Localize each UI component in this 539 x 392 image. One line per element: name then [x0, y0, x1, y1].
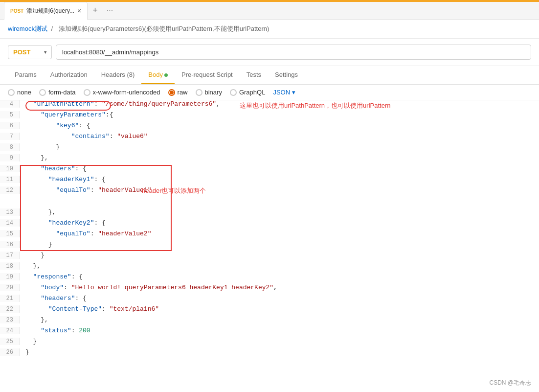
line-content: "key6": {: [20, 122, 539, 129]
line-content: },: [20, 262, 539, 270]
new-tab-button[interactable]: +: [88, 2, 103, 20]
option-graphql[interactable]: GraphQL: [230, 89, 265, 96]
line-content: "status": 200: [20, 327, 539, 334]
tab-method-badge: POST: [10, 8, 23, 14]
code-line-20: 20 "body": "Hello world! queryParameters…: [0, 284, 539, 295]
annotation-header: header也可以添加两个: [142, 186, 206, 195]
line-number: 23: [0, 316, 20, 323]
line-number: 11: [0, 176, 20, 183]
line-content: "response": {: [20, 273, 539, 280]
line-number: 5: [0, 111, 20, 118]
breadcrumb: wiremock测试 / 添加规则6(queryParameters6)(必须使…: [0, 20, 539, 39]
option-urlencoded[interactable]: x-www-form-urlencoded: [84, 89, 160, 96]
tab-headers[interactable]: Headers (8): [94, 66, 142, 84]
code-line-15: 15 "equalTo": "headerValue2": [0, 230, 539, 241]
tab-title: 添加规则6(query...: [26, 7, 74, 15]
line-number: 26: [0, 348, 20, 356]
json-label: JSON: [273, 89, 290, 96]
tab-tests[interactable]: Tests: [240, 66, 268, 84]
option-raw[interactable]: raw: [168, 89, 188, 96]
close-tab-button[interactable]: ×: [77, 7, 81, 15]
line-number: 7: [0, 133, 20, 140]
url-bar: POST ▾: [0, 39, 539, 66]
tab-authorization[interactable]: Authorization: [44, 66, 94, 84]
line-content: }: [20, 241, 539, 248]
option-binary[interactable]: binary: [196, 89, 222, 96]
method-select[interactable]: POST ▾: [8, 45, 52, 59]
method-label: POST: [13, 48, 30, 56]
code-line-10: 10 "headers": {: [0, 165, 539, 176]
tab-settings[interactable]: Settings: [268, 66, 305, 84]
radio-none: [8, 89, 15, 96]
code-line-8: 8 }: [0, 143, 539, 154]
line-number: 14: [0, 219, 20, 227]
breadcrumb-separator: /: [51, 25, 53, 32]
line-content: "queryParameters":{: [20, 111, 539, 118]
tab-body[interactable]: Body: [141, 66, 175, 84]
code-line-13: 13 },: [0, 208, 539, 219]
line-content: "headers": {: [20, 295, 539, 302]
line-number: 19: [0, 273, 20, 280]
line-number: 16: [0, 241, 20, 248]
code-line-19: 19 "response": {: [0, 273, 539, 284]
more-tabs-button[interactable]: ···: [103, 2, 117, 20]
code-line-12: 12 "equalTo": "headerValue1" header也可以添加…: [0, 186, 539, 208]
option-none[interactable]: none: [8, 89, 31, 96]
active-tab[interactable]: POST 添加规则6(query... ×: [4, 2, 88, 20]
line-number: 22: [0, 305, 20, 313]
json-format-dropdown[interactable]: JSON ▾: [273, 89, 295, 96]
line-content: },: [20, 208, 539, 216]
code-line-11: 11 "headerKey1": {: [0, 176, 539, 186]
line-content: "Content-Type": "text/plain6": [20, 305, 539, 313]
line-number: 12: [0, 186, 20, 194]
line-number: 25: [0, 338, 20, 345]
code-line-23: 23 },: [0, 316, 539, 327]
line-number: 15: [0, 230, 20, 237]
code-line-16: 16 }: [0, 241, 539, 252]
tab-bar: POST 添加规则6(query... × + ···: [0, 2, 539, 20]
line-number: 13: [0, 208, 20, 216]
code-line-6: 6 "key6": {: [0, 122, 539, 133]
code-line-9: 9 },: [0, 154, 539, 165]
json-chevron-icon: ▾: [292, 89, 295, 96]
line-content: "contains": "value6": [20, 133, 539, 140]
line-number: 10: [0, 165, 20, 172]
tab-pre-request-script[interactable]: Pre-request Script: [175, 66, 240, 84]
breadcrumb-current: 添加规则6(queryParameters6)(必须使用urlPathPatte…: [59, 25, 270, 32]
radio-urlencoded: [84, 89, 90, 96]
line-number: 21: [0, 295, 20, 302]
line-content: "headerKey1": {: [20, 176, 539, 183]
line-content: }: [20, 143, 539, 151]
line-content: "equalTo": "headerValue1" header也可以添加两个: [20, 186, 539, 208]
red-box-section: 10 "headers": { 11 "headerKey1": { 12 "e…: [0, 165, 539, 262]
line-content: }: [20, 252, 539, 259]
line-content: }: [20, 348, 539, 356]
line-content: "equalTo": "headerValue2": [20, 230, 539, 237]
line-content: "body": "Hello world! queryParameters6 h…: [20, 284, 539, 291]
option-graphql-label: GraphQL: [239, 89, 265, 96]
tab-params[interactable]: Params: [8, 66, 44, 84]
option-form-data[interactable]: form-data: [39, 89, 76, 96]
line-number: 24: [0, 327, 20, 334]
option-urlencoded-label: x-www-form-urlencoded: [93, 89, 160, 96]
url-input[interactable]: [56, 45, 531, 60]
line-content: }: [20, 338, 539, 345]
code-line-17: 17 }: [0, 252, 539, 262]
line-content: "headers": {: [20, 165, 539, 172]
breadcrumb-root[interactable]: wiremock测试: [8, 25, 47, 32]
code-line-26: 26 }: [0, 348, 539, 359]
code-line-5: 5 "queryParameters":{: [0, 111, 539, 122]
code-line-24: 24 "status": 200: [0, 327, 539, 338]
radio-graphql: [230, 89, 237, 96]
line-content: },: [20, 154, 539, 161]
chevron-down-icon: ▾: [44, 49, 46, 55]
code-line-14: 14 "headerKey2": {: [0, 219, 539, 230]
option-form-data-label: form-data: [48, 89, 76, 96]
code-line-18: 18 },: [0, 262, 539, 273]
line-number: 6: [0, 122, 20, 129]
radio-form-data: [39, 89, 46, 96]
request-tabs: Params Authorization Headers (8) Body Pr…: [0, 66, 539, 85]
code-editor[interactable]: 4 "urlPathPattern": "/some/thing/queryPa…: [0, 100, 539, 359]
body-options-bar: none form-data x-www-form-urlencoded raw…: [0, 85, 539, 100]
body-dot-indicator: [164, 73, 168, 77]
